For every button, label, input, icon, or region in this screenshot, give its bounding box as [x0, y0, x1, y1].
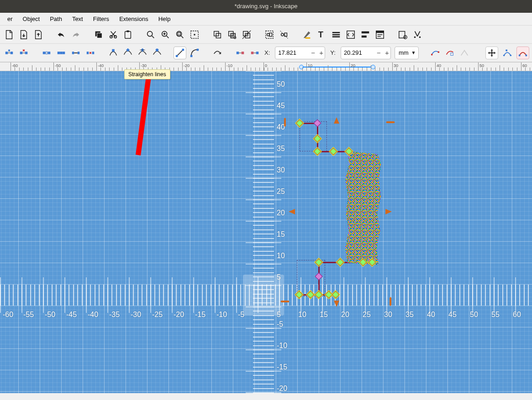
ungroup-icon[interactable]	[278, 28, 290, 41]
show-handles-icon[interactable]	[501, 47, 514, 59]
ruler-horizontal[interactable]: -60-50-40-30-20-100102030405060	[0, 62, 532, 71]
node-auto-icon[interactable]	[151, 47, 163, 59]
xml-editor-icon[interactable]	[344, 28, 357, 41]
svg-rect-15	[231, 33, 235, 38]
svg-rect-30	[399, 31, 405, 38]
x-minus[interactable]: −	[308, 47, 316, 59]
align-distribute-icon[interactable]	[359, 28, 372, 41]
svg-rect-50	[112, 49, 115, 52]
text-tool-icon[interactable]: T	[315, 28, 328, 41]
cut-icon[interactable]	[107, 28, 120, 41]
document-properties-icon[interactable]	[411, 28, 424, 41]
svg-rect-61	[256, 52, 259, 54]
scale-arrow-n[interactable]	[334, 117, 339, 124]
paste-icon[interactable]	[121, 28, 134, 41]
convert-smooth-icon[interactable]	[248, 47, 261, 59]
svg-point-6	[147, 31, 153, 36]
zoom-center-icon[interactable]	[188, 28, 201, 41]
zoom-drawing-icon[interactable]	[159, 28, 172, 41]
unlink-clone-icon[interactable]	[240, 28, 253, 41]
svg-point-66	[510, 54, 512, 56]
y-plus[interactable]: +	[382, 47, 390, 59]
menu-text[interactable]: Text	[68, 14, 88, 24]
x-coord-input[interactable]	[275, 49, 308, 56]
tool-options-bar: X: −+ Y: −+ mm ▼	[0, 44, 532, 62]
tooltip-straighten-lines: Straighten lines	[124, 69, 170, 79]
svg-rect-68	[519, 54, 521, 56]
x-coord-label: X:	[263, 49, 271, 56]
svg-rect-57	[197, 48, 199, 51]
undo-icon[interactable]	[55, 28, 68, 41]
edit-clip-icon[interactable]	[429, 47, 442, 59]
delete-node-icon[interactable]	[17, 47, 30, 59]
svg-rect-41	[48, 52, 51, 54]
layers-icon[interactable]	[330, 28, 342, 41]
convert-corner-icon[interactable]	[234, 47, 247, 59]
svg-rect-35	[5, 52, 8, 54]
svg-rect-48	[87, 52, 89, 54]
copy-icon[interactable]	[92, 28, 105, 41]
show-transform-handles-icon[interactable]	[485, 47, 498, 59]
x-plus[interactable]: +	[316, 47, 325, 59]
svg-rect-40	[43, 52, 46, 54]
chevron-down-icon: ▼	[411, 50, 416, 55]
group-icon[interactable]	[263, 28, 276, 41]
svg-rect-43	[58, 52, 60, 54]
zoom-page-icon[interactable]	[174, 28, 186, 41]
join-segment-icon[interactable]	[69, 47, 82, 59]
svg-point-33	[414, 36, 416, 38]
scale-arrow-s[interactable]	[334, 301, 339, 307]
svg-point-63	[438, 51, 440, 53]
svg-rect-69	[526, 54, 527, 56]
y-coord-label: Y:	[329, 49, 337, 56]
node-smooth-icon[interactable]	[121, 47, 134, 59]
svg-point-62	[431, 53, 433, 55]
clone-icon[interactable]	[226, 28, 238, 41]
make-curve-icon[interactable]	[188, 47, 201, 59]
menu-filters[interactable]: Filters	[89, 14, 114, 24]
redo-icon[interactable]	[69, 28, 82, 41]
open-doc-icon[interactable]	[17, 28, 30, 41]
menu-help[interactable]: Help	[154, 14, 175, 24]
svg-rect-37	[8, 49, 10, 51]
zoom-selection-icon[interactable]	[144, 28, 157, 41]
svg-rect-59	[242, 52, 244, 54]
svg-rect-21	[269, 33, 272, 36]
duplicate-icon[interactable]	[211, 28, 224, 41]
scale-arrow-w[interactable]	[289, 209, 295, 214]
svg-rect-54	[176, 55, 178, 57]
menu-path[interactable]: Path	[45, 14, 67, 24]
object-to-path-icon[interactable]	[211, 47, 224, 59]
canvas[interactable]: -60-55-50-45-40-35-30-25-20-15-10-551015…	[0, 71, 532, 393]
window-titlebar: *drawing.svg - Inkscape	[0, 0, 532, 13]
new-doc-icon[interactable]	[3, 28, 16, 41]
join-node-icon[interactable]	[55, 47, 68, 59]
y-coord-field[interactable]: −+	[341, 47, 391, 59]
next-path-effect-icon[interactable]	[458, 47, 471, 59]
insert-node-icon[interactable]	[3, 47, 16, 59]
edit-mask-icon[interactable]	[443, 47, 456, 59]
fill-stroke-icon[interactable]	[300, 28, 313, 41]
fractal-object[interactable]	[345, 151, 381, 265]
scale-arrow-e[interactable]	[385, 209, 392, 214]
node-cusp-icon[interactable]	[107, 47, 120, 59]
svg-rect-58	[237, 52, 239, 54]
y-minus[interactable]: −	[374, 47, 382, 59]
break-node-icon[interactable]	[40, 47, 53, 59]
menu-extensions[interactable]: Extensions	[115, 14, 153, 24]
y-coord-input[interactable]	[341, 49, 374, 56]
svg-point-65	[503, 54, 505, 56]
preferences-icon[interactable]	[396, 28, 409, 41]
unit-select[interactable]: mm ▼	[395, 47, 419, 59]
node-symmetric-icon[interactable]	[136, 47, 149, 59]
save-doc-icon[interactable]	[32, 28, 45, 41]
make-line-icon[interactable]	[174, 47, 186, 59]
svg-rect-9	[178, 32, 180, 35]
x-coord-field[interactable]: −+	[275, 47, 325, 59]
menu-object[interactable]: Object	[18, 14, 45, 24]
selectors-icon[interactable]	[374, 28, 386, 41]
show-outline-icon[interactable]	[516, 47, 529, 59]
delete-segment-icon[interactable]	[84, 47, 97, 59]
menu-bar: er Object Path Text Filters Extensions H…	[0, 13, 532, 26]
menu-layer[interactable]: er	[3, 14, 17, 24]
